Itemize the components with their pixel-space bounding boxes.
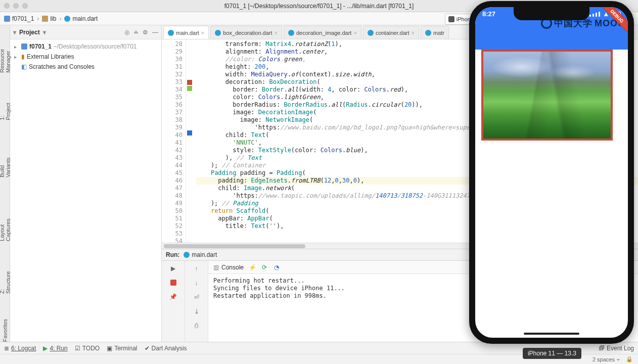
tree-item-label: External Libraries <box>27 53 74 60</box>
bottom-tab-label: TODO <box>82 345 100 352</box>
settings-icon[interactable]: ⚙ <box>143 29 148 36</box>
dart-file-icon <box>288 30 294 36</box>
event-log-tab[interactable]: 🗊Event Log <box>599 345 634 352</box>
home-indicator[interactable] <box>524 333 579 335</box>
tab-main[interactable]: main.dart× <box>163 26 209 39</box>
close-icon[interactable]: × <box>412 30 415 36</box>
rail-resource-manager[interactable]: Resource Manager <box>0 28 11 73</box>
attach-button[interactable]: 📌 <box>167 291 180 302</box>
play-icon: ▶ <box>43 345 48 352</box>
simulator-screen[interactable]: DEBUG 8:27 ▲ 中国大学MOOC <box>475 7 628 338</box>
run-actions-column: ▶ 📌 <box>162 261 185 342</box>
project-tree[interactable]: ▸ f0701_1 ~/Desktop/lesson/source/f0701 … <box>10 39 161 342</box>
bottom-tab-label: Terminal <box>114 345 137 352</box>
breadcrumb-file[interactable]: main.dart <box>64 15 98 22</box>
project-panel-header: ▾ Project ▾ ◎ ≐ ⚙ — <box>10 25 161 39</box>
stop-icon <box>170 280 176 286</box>
tab-matrix[interactable]: matr <box>421 26 449 39</box>
console-icon: ▥ <box>212 264 219 271</box>
scroll-end-button[interactable]: ⤓ <box>190 305 204 317</box>
dart-analysis-tab[interactable]: ✔Dart Analysis <box>145 345 187 352</box>
collapse-icon[interactable]: ≐ <box>133 29 139 36</box>
target-icon[interactable]: ◎ <box>124 29 129 36</box>
console-actions-column: ↑ ↓ ⏎ ⤓ ⎙ <box>185 261 208 342</box>
tree-root-name: f0701_1 <box>29 43 52 50</box>
close-icon[interactable]: × <box>201 30 204 36</box>
rail-layout-captures[interactable]: Layout Captures <box>0 203 11 241</box>
dart-file-icon <box>215 30 221 36</box>
stop-button[interactable] <box>167 277 180 288</box>
library-icon: ▮ <box>21 53 25 60</box>
rail-favorites[interactable]: Favorites <box>2 319 8 342</box>
folder-icon <box>42 16 48 22</box>
ios-simulator[interactable]: DEBUG 8:27 ▲ 中国大学MOOC <box>469 1 634 344</box>
rail-project[interactable]: 1: Project <box>0 98 11 120</box>
console-tab[interactable]: ▥Console <box>212 264 244 271</box>
todo-tab[interactable]: ☑TODO <box>75 345 100 352</box>
bottom-tab-label: 4: Run <box>50 345 67 352</box>
breadcrumb-project-label: f0701_1 <box>12 15 34 22</box>
logcat-tab[interactable]: ≣6: Logcat <box>4 345 36 352</box>
dropdown-icon[interactable]: ▾ <box>13 29 16 36</box>
tab-label: decoration_image.dart <box>296 30 351 36</box>
module-icon <box>4 16 10 22</box>
breadcrumb-separator-icon <box>58 15 62 22</box>
soft-wrap-button[interactable]: ⏎ <box>190 291 204 303</box>
tab-box-decoration[interactable]: box_decoration.dart× <box>210 26 282 39</box>
project-panel-title[interactable]: Project <box>19 29 40 36</box>
tab-label: matr <box>433 30 444 36</box>
bottom-tab-label: 6: Logcat <box>11 345 36 352</box>
down-button[interactable]: ↓ <box>190 277 204 289</box>
tree-root-row[interactable]: ▸ f0701_1 ~/Desktop/lesson/source/f0701 <box>12 41 159 52</box>
breadcrumb-project[interactable]: f0701_1 <box>4 15 34 22</box>
scratch-icon: ◧ <box>21 63 27 70</box>
dart-file-icon <box>168 30 174 36</box>
print-button[interactable]: ⎙ <box>190 320 204 332</box>
tree-scratches[interactable]: ▸ ◧ Scratches and Consoles <box>12 62 159 72</box>
check-icon: ☑ <box>75 345 80 352</box>
scrollbar-thumb[interactable] <box>164 244 305 248</box>
tree-external-libraries[interactable]: ▸ ▮ External Libraries <box>12 52 159 62</box>
breadcrumb-folder[interactable]: lib <box>42 15 56 22</box>
close-icon[interactable]: × <box>353 30 356 36</box>
project-tool-window: ▾ Project ▾ ◎ ≐ ⚙ — ▸ f0701_1 ~/Desktop/… <box>10 25 162 342</box>
flutter-padding-image <box>481 50 613 141</box>
terminal-tab[interactable]: ▣Terminal <box>107 345 137 352</box>
tree-item-label: Scratches and Consoles <box>29 63 95 70</box>
run-config-chip[interactable]: main.dart <box>184 251 217 258</box>
expand-icon[interactable]: ▸ <box>14 44 19 50</box>
close-icon[interactable]: × <box>275 30 278 36</box>
hide-icon[interactable]: — <box>152 29 158 36</box>
tab-decoration-image[interactable]: decoration_image.dart× <box>284 26 361 39</box>
device-notch <box>514 7 589 20</box>
rail-build-variants[interactable]: Build Variants <box>0 146 11 177</box>
console-tab-label: Console <box>221 264 244 271</box>
chevron-down-icon[interactable]: ▾ <box>43 29 46 36</box>
indent-status[interactable]: 2 spaces ÷ <box>593 356 620 362</box>
left-tool-rail: Resource Manager 1: Project Build Varian… <box>0 25 10 342</box>
run-config-name: main.dart <box>192 251 217 258</box>
hot-reload-icon[interactable]: ⚡ <box>249 264 256 271</box>
breadcrumb-folder-label: lib <box>50 15 56 22</box>
gutter-markers <box>186 39 193 243</box>
rail-structure[interactable]: Z: Structure <box>0 266 11 294</box>
run-header-label: Run: <box>166 251 179 258</box>
run-tab[interactable]: ▶4: Run <box>43 345 67 352</box>
expand-icon[interactable]: ▸ <box>14 54 19 60</box>
tab-container[interactable]: container.dart× <box>363 26 419 39</box>
lock-icon[interactable]: 🔒 <box>626 356 633 362</box>
dart-file-icon <box>425 30 431 36</box>
devtools-icon[interactable]: ◔ <box>273 264 280 271</box>
rerun-button[interactable]: ▶ <box>167 263 180 274</box>
module-icon <box>21 43 27 50</box>
dart-file-icon <box>368 30 374 36</box>
log-icon: 🗊 <box>599 345 605 352</box>
phone-icon <box>448 16 454 22</box>
up-button[interactable]: ↑ <box>190 263 204 275</box>
hot-restart-icon[interactable]: ⟳ <box>261 264 268 271</box>
chevron-down-icon: ÷ <box>617 356 620 362</box>
tab-label: container.dart <box>376 30 409 36</box>
terminal-icon: ▣ <box>107 345 112 352</box>
tab-label: box_decoration.dart <box>223 30 272 36</box>
indent-label: 2 spaces <box>593 356 615 362</box>
